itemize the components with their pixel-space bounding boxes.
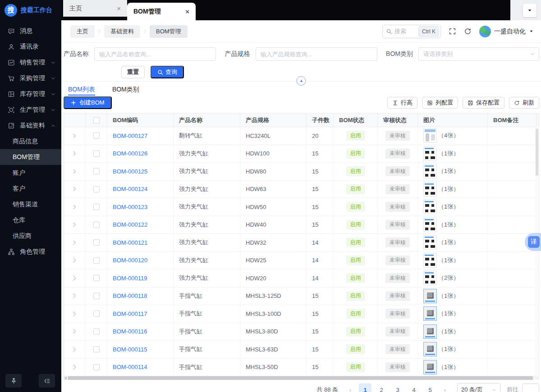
tab-BOM类别[interactable]: BOM类别 [112,86,139,96]
sidebar-item-采购管理[interactable]: 采购管理 [0,70,61,86]
sidebar-item-消息[interactable]: 消息 [0,23,61,39]
pin-sidebar-button[interactable] [5,374,22,387]
sidebar-item-基础资料[interactable]: 基础资料 [0,118,61,133]
row-checkbox[interactable] [93,328,100,335]
expand-row-icon[interactable] [72,328,78,334]
row-checkbox[interactable] [93,293,100,299]
row-checkbox[interactable] [93,186,100,192]
bom-code-link[interactable]: BOM-000124 [113,186,147,192]
horizontal-scrollbar[interactable]: ◂ [64,376,539,380]
bom-code-link[interactable]: BOM-000117 [113,310,147,317]
bom-category-select[interactable]: 请选择类别 [418,47,539,61]
toolbar-button-保存配置[interactable]: 保存配置 [463,97,504,109]
tab-BOM列表[interactable]: BOM列表 [68,86,95,96]
row-checkbox[interactable] [93,275,100,281]
bom-code-link[interactable]: BOM-000114 [113,364,147,370]
vertical-scrollbar-thumb[interactable] [536,128,538,176]
product-thumbnail[interactable] [423,271,437,285]
page-number-1[interactable]: 1 [359,383,371,392]
bom-code-link[interactable]: BOM-000127 [113,132,147,139]
product-thumbnail[interactable] [423,200,437,214]
user-menu[interactable]: 一盛自动化 [479,26,534,37]
sidebar-item-通讯录[interactable]: 通讯录 [0,39,61,55]
column-header-BOM状态[interactable]: BOM状态 [334,114,378,127]
product-thumbnail[interactable] [423,324,437,339]
sidebar-item-销售管理[interactable]: 销售管理 [0,55,61,70]
sidebar-subitem-账户[interactable]: 账户 [0,165,61,181]
expand-row-icon[interactable] [72,240,78,246]
toolbar-button-刷新[interactable]: 刷新 [509,97,539,109]
sidebar-subitem-客户[interactable]: 客户 [0,181,61,196]
breadcrumb-item[interactable]: 基础资料 [104,25,140,38]
column-header-图片[interactable]: 图片 [418,114,488,127]
sidebar-item-生产管理[interactable]: 生产管理 [0,102,61,118]
window-tab-主页[interactable]: 主页 × [63,0,127,17]
bom-code-link[interactable]: BOM-000116 [113,328,147,335]
column-header-BOM编码[interactable]: BOM编码 [107,114,174,127]
product-thumbnail[interactable] [423,218,437,232]
expand-row-icon[interactable] [72,150,78,156]
row-checkbox[interactable] [93,222,100,228]
window-tab-BOM管理[interactable]: BOM管理 × [127,3,196,20]
row-checkbox[interactable] [93,310,100,317]
bom-code-link[interactable]: BOM-000120 [113,257,147,264]
prev-page-icon[interactable]: ‹ [345,387,355,392]
row-checkbox[interactable] [93,204,100,210]
column-header-子件数[interactable]: 子件数 [307,114,334,127]
bom-code-link[interactable]: BOM-000121 [113,239,147,246]
product-thumbnail[interactable] [423,360,437,374]
row-checkbox[interactable] [93,257,100,264]
expand-row-icon[interactable] [72,186,78,192]
product-thumbnail[interactable] [423,289,437,303]
row-checkbox[interactable] [93,346,100,352]
expand-row-icon[interactable] [72,364,78,370]
collapse-filters-button[interactable] [297,76,306,86]
select-all-checkbox[interactable] [93,117,100,123]
tab-list-dropdown-button[interactable] [523,4,536,17]
column-header-产品名称[interactable]: 产品名称 [174,114,240,127]
sidebar-item-角色管理[interactable]: 角色管理 [0,244,61,260]
vertical-scrollbar[interactable] [535,128,539,376]
page-number-3[interactable]: 3 [391,383,404,392]
product-thumbnail[interactable] [423,164,437,178]
bom-code-link[interactable]: BOM-000122 [113,221,147,228]
product-name-input[interactable] [94,47,216,61]
sidebar-subitem-供应商[interactable]: 供应商 [0,228,61,244]
row-checkbox[interactable] [93,239,100,246]
horizontal-scrollbar-thumb[interactable] [68,376,533,380]
translate-float-button[interactable]: 译 [525,233,541,251]
breadcrumb-item[interactable]: 主页 [70,25,95,38]
bom-code-link[interactable]: BOM-000115 [113,346,147,353]
scroll-left-arrow-icon[interactable]: ◂ [64,376,68,380]
column-header-BOM备注[interactable]: BOM备注 [488,114,536,127]
product-thumbnail[interactable] [423,306,437,321]
product-thumbnail[interactable] [423,342,437,356]
row-checkbox[interactable] [93,364,100,370]
toolbar-button-行高[interactable]: 行高 [387,97,417,109]
query-button[interactable]: 查询 [151,66,184,78]
product-thumbnail[interactable] [423,146,437,161]
expand-row-icon[interactable] [72,204,78,210]
expand-row-icon[interactable] [72,257,78,263]
bom-code-link[interactable]: BOM-000123 [113,204,147,210]
column-header-产品规格[interactable]: 产品规格 [240,114,307,127]
product-thumbnail[interactable] [423,128,437,143]
row-checkbox[interactable] [93,132,100,139]
collapse-sidebar-button[interactable] [39,374,55,387]
sidebar-subitem-销售渠道[interactable]: 销售渠道 [0,196,61,212]
fullscreen-icon[interactable] [449,27,456,35]
sidebar-subitem-BOM管理[interactable]: BOM管理 [0,149,61,165]
expand-row-icon[interactable] [72,346,78,352]
product-thumbnail[interactable] [423,253,437,268]
tab-close-icon[interactable]: × [117,5,121,12]
page-number-4[interactable]: 4 [408,383,420,392]
tab-close-icon[interactable]: × [185,8,189,15]
sidebar-item-库存管理[interactable]: 库存管理 [0,86,61,102]
app-logo[interactable]: 搜 搜霸工作台 [0,0,61,20]
column-header-审核状态[interactable]: 审核状态 [378,114,418,127]
expand-row-icon[interactable] [72,169,78,174]
expand-row-icon[interactable] [72,275,78,281]
product-spec-input[interactable] [256,47,377,61]
page-size-select[interactable]: 20 条/页 [457,383,500,392]
expand-row-icon[interactable] [72,311,78,317]
